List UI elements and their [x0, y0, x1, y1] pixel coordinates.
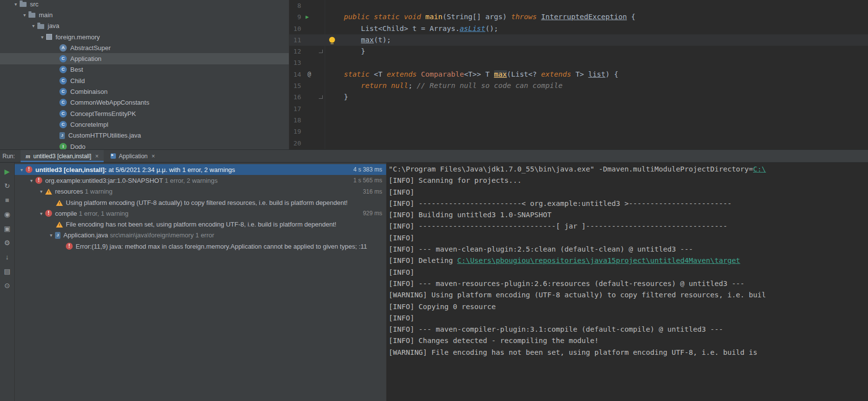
chevron-expanded-icon[interactable]: ▾ — [29, 23, 37, 29]
tree-item[interactable]: ▾src — [0, 0, 289, 9]
tree-item[interactable]: CChild — [0, 75, 289, 86]
code-segment: (List<? — [507, 70, 541, 78]
build-tree-row[interactable]: ▾resources 1 warning316 ms — [15, 186, 386, 197]
import-icon[interactable]: ↓ — [5, 253, 9, 261]
tree-item[interactable]: JCustomHTTPUtilities.java — [0, 130, 289, 141]
chevron-expanded-icon[interactable]: ▾ — [37, 189, 45, 194]
build-row-segment: 1 error, 1 warning — [77, 210, 129, 217]
editor-line[interactable]: 15 return null; // Return null so code c… — [289, 80, 868, 91]
editor-line[interactable]: 20 — [289, 138, 868, 149]
build-tree-row[interactable]: ▾!untitled3 [clean,install]: at 5/6/2021… — [15, 164, 386, 175]
console-link[interactable]: C:\ — [753, 165, 766, 173]
tree-item[interactable]: CApplication — [0, 53, 289, 64]
build-row-text: compile 1 error, 1 warning — [55, 210, 129, 217]
code-segment — [421, 13, 425, 21]
console-output[interactable]: "C:\Program Files\Java\jdk1.7.0_55\bin\j… — [387, 163, 868, 401]
tree-item[interactable]: AAbstractSuper — [0, 42, 289, 53]
build-tree-row[interactable]: ▾!compile 1 error, 1 warning929 ms — [15, 208, 386, 219]
fold-end-icon[interactable] — [319, 50, 323, 53]
code-segment — [417, 70, 421, 78]
eye-icon[interactable]: ◉ — [4, 210, 10, 218]
tree-item[interactable]: CConceptTermsEntityPK — [0, 108, 289, 119]
editor-line[interactable]: 12 } — [289, 46, 868, 57]
chevron-expanded-icon[interactable]: ▾ — [47, 232, 55, 238]
editor-line[interactable]: 10 List<Child> t = Arrays.asList(); — [289, 23, 868, 34]
run-tab[interactable]: muntitled3 [clean,install]× — [21, 150, 103, 162]
editor-line[interactable]: 11 max(t); — [289, 34, 868, 46]
console-line: [INFO] --- maven-clean-plugin:2.5:clean … — [389, 244, 868, 255]
console-text: [INFO] Deleting — [389, 257, 457, 264]
class-icon: C — [59, 121, 67, 128]
close-icon[interactable]: × — [95, 153, 99, 160]
class-icon: C — [59, 99, 67, 106]
chevron-expanded-icon[interactable]: ▾ — [28, 178, 35, 183]
code-segment: return — [361, 82, 387, 89]
refresh-icon[interactable]: ↻ — [4, 182, 10, 190]
run-tab[interactable]: Application× — [106, 150, 160, 162]
chevron-expanded-icon[interactable]: ▾ — [18, 167, 26, 172]
interface-icon: I — [59, 143, 67, 150]
code-segment: main — [425, 13, 443, 21]
editor-line[interactable]: 18 — [289, 115, 868, 126]
editor-line[interactable]: 8 — [289, 0, 868, 11]
code-text — [325, 103, 868, 115]
build-row-text: resources 1 warning — [55, 188, 112, 195]
code-segment: <T>> T — [464, 70, 494, 78]
chevron-expanded-icon[interactable]: ▾ — [37, 211, 45, 216]
build-tree-row[interactable]: ▾JApplication.java src\main\java\foreign… — [15, 230, 386, 241]
editor-line[interactable]: 19 — [289, 126, 868, 137]
chevron-expanded-icon[interactable]: ▾ — [38, 34, 46, 40]
run-left-toolbar: ▶↻■◉▣⚙↓▤⊙ — [0, 163, 15, 401]
editor-line[interactable]: 9▶ public static void main(String[] args… — [289, 11, 868, 23]
code-editor[interactable]: 89▶ public static void main(String[] arg… — [289, 0, 868, 149]
chevron-expanded-icon[interactable]: ▾ — [12, 1, 20, 7]
console-line: [INFO] — [389, 267, 868, 278]
editor-line[interactable]: 13 — [289, 57, 868, 68]
editor-line[interactable]: 16 } — [289, 91, 868, 103]
screenshot-icon[interactable]: ▣ — [4, 225, 10, 232]
editor-gutter: 8 — [289, 0, 325, 11]
tree-item[interactable]: ▾foreign.memory — [0, 31, 289, 42]
line-number: 17 — [289, 103, 301, 115]
run-line-icon[interactable]: ▶ — [306, 11, 309, 23]
tree-item[interactable]: CBest — [0, 64, 289, 75]
code-text — [325, 126, 868, 137]
build-row-text: untitled3 [clean,install]: at 5/6/2021 2… — [35, 166, 235, 173]
intention-bulb-icon[interactable] — [329, 37, 335, 43]
build-tree-row[interactable]: ▾!org.example:untitled3:jar:1.0-SNAPSHOT… — [15, 175, 386, 186]
console-line: [WARNING] File encoding has not been set… — [389, 347, 868, 358]
layout-icon[interactable]: ▤ — [4, 267, 10, 275]
tree-item[interactable]: CCommonWebAppConstants — [0, 97, 289, 108]
editor-line[interactable]: 17 — [289, 103, 868, 115]
error-icon: ! — [66, 243, 73, 250]
tree-item[interactable]: ▾java — [0, 21, 289, 31]
error-icon: ! — [35, 177, 42, 184]
close-icon[interactable]: × — [152, 153, 155, 160]
build-tree-row[interactable]: Using platform encoding (UTF-8 actually)… — [15, 197, 386, 208]
tree-item[interactable]: ▾main — [0, 9, 289, 20]
console-link[interactable]: C:\Users\pbougiou\repositories\java15pro… — [457, 257, 740, 264]
build-tree-row[interactable]: !Error:(11,9) java: method max in class … — [15, 241, 386, 252]
stop-icon[interactable]: ■ — [5, 196, 9, 204]
build-tree-row[interactable]: File encoding has not been set, using pl… — [15, 219, 386, 229]
tree-item[interactable]: IDodo — [0, 141, 289, 149]
editor-lines: 89▶ public static void main(String[] arg… — [289, 0, 868, 149]
editor-line[interactable]: 14@ static <T extends Comparable<T>> T m… — [289, 69, 868, 80]
code-segment: // Return null so code can compile — [417, 82, 562, 89]
tree-item[interactable]: CCombinaison — [0, 86, 289, 97]
pin-icon[interactable]: ⊙ — [4, 282, 10, 289]
run-tabs: muntitled3 [clean,install]×Application× — [19, 150, 160, 162]
tree-item[interactable]: CConcreteImpl — [0, 119, 289, 130]
project-tree-panel[interactable]: ▾src▾main▾java▾foreign.memoryAAbstractSu… — [0, 0, 289, 149]
duration-label: 4 s 383 ms — [347, 166, 382, 173]
build-tree[interactable]: ▾!untitled3 [clean,install]: at 5/6/2021… — [15, 163, 387, 401]
rerun-icon[interactable]: ▶ — [4, 168, 10, 175]
editor-gutter: 11 — [289, 34, 325, 46]
tree-item-label: CommonWebAppConstants — [70, 99, 149, 106]
line-number: 12 — [289, 46, 301, 57]
warning-icon — [56, 200, 63, 206]
chevron-expanded-icon[interactable]: ▾ — [21, 12, 28, 18]
settings-icon[interactable]: ⚙ — [4, 239, 10, 247]
console-line: [INFO] — [389, 313, 868, 324]
fold-end-icon[interactable] — [319, 95, 323, 99]
